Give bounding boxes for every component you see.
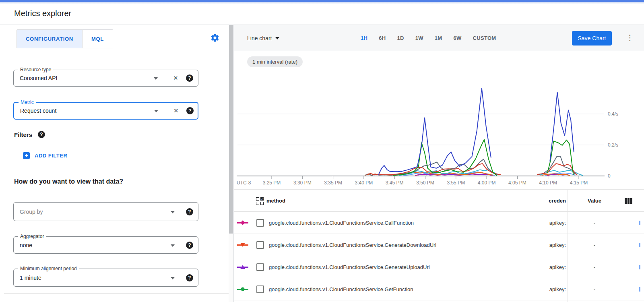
aggregator-field[interactable]: Aggregator none ? — [13, 236, 198, 254]
mode-tabs: CONFIGURATION MQL — [17, 29, 113, 48]
tab-configuration[interactable]: CONFIGURATION — [17, 30, 82, 48]
column-header-value[interactable]: Value — [580, 198, 609, 204]
help-icon[interactable]: ? — [186, 274, 193, 281]
series-checkbox[interactable] — [256, 263, 264, 271]
chart-region: 3:25 PM3:30 PM3:35 PM3:40 PM3:45 PM3:50 … — [234, 51, 644, 189]
resource-type-label: Resource type — [18, 67, 53, 72]
time-range-1d[interactable]: 1D — [391, 35, 409, 41]
time-range-6h[interactable]: 6H — [373, 35, 391, 41]
series-marker — [237, 220, 248, 225]
svg-text:4:05 PM: 4:05 PM — [508, 180, 526, 186]
min-alignment-field[interactable]: Minimum alignment period 1 minute ? — [13, 269, 198, 287]
series-marker — [237, 287, 248, 292]
filters-section: Filters ? — [14, 130, 45, 139]
row-edge-mark — [639, 265, 640, 269]
svg-text:4:15 PM: 4:15 PM — [570, 180, 588, 186]
value-cell: - — [580, 220, 609, 226]
method-cell: google.cloud.functions.v1.CloudFunctions… — [269, 264, 430, 270]
column-header-credential[interactable]: creden — [549, 198, 566, 204]
svg-text:4:00 PM: 4:00 PM — [478, 180, 496, 186]
interval-chip: 1 min interval (rate) — [247, 56, 303, 67]
filters-label: Filters — [14, 131, 32, 138]
time-range-1h[interactable]: 1H — [355, 35, 373, 41]
triangle-up-marker-icon — [240, 265, 245, 269]
row-edge-mark — [639, 243, 640, 247]
value-cell: - — [580, 242, 609, 248]
svg-text:0.2/s: 0.2/s — [608, 142, 618, 148]
add-filter-button[interactable]: + ADD FILTER — [23, 152, 67, 159]
metrics-explorer-app: Metrics explorer CONFIGURATION MQL Resou… — [0, 0, 644, 302]
help-icon[interactable]: ? — [186, 242, 193, 249]
metric-field[interactable]: Metric Request count ✕ ? — [13, 102, 198, 120]
chart-type-dropdown[interactable]: Line chart — [247, 25, 279, 51]
min-alignment-value: 1 minute — [20, 275, 41, 281]
aggregator-label: Aggregator — [18, 234, 46, 239]
resource-type-field[interactable]: Resource type Consumed API ✕ ? — [13, 70, 198, 87]
clear-icon[interactable]: ✕ — [173, 74, 178, 82]
metric-value: Request count — [20, 108, 56, 114]
configuration-panel: CONFIGURATION MQL Resource type Consumed… — [0, 25, 234, 302]
scrollbar-thumb[interactable] — [229, 25, 233, 234]
column-divider — [568, 212, 568, 302]
help-icon[interactable]: ? — [186, 107, 194, 114]
column-settings-icon[interactable] — [625, 198, 634, 204]
column-divider — [568, 190, 568, 211]
svg-text:4:10 PM: 4:10 PM — [539, 180, 557, 186]
tab-mql[interactable]: MQL — [82, 30, 113, 48]
svg-text:3:50 PM: 3:50 PM — [416, 180, 434, 186]
triangle-down-marker-icon — [240, 243, 245, 247]
series-table: ✓ method creden Value google.cloud.funct… — [234, 189, 644, 302]
help-icon[interactable]: ? — [186, 74, 193, 82]
min-alignment-label: Minimum alignment period — [18, 266, 79, 271]
help-icon[interactable]: ? — [186, 208, 193, 215]
method-cell: google.cloud.functions.v1.CloudFunctions… — [269, 242, 436, 248]
chevron-down-icon[interactable] — [171, 244, 175, 247]
chevron-down-icon[interactable] — [154, 77, 158, 80]
select-all-series-icon[interactable]: ✓ — [256, 197, 264, 205]
table-row: google.cloud.functions.v1.CloudFunctions… — [234, 256, 644, 278]
save-chart-button[interactable]: Save Chart — [572, 31, 612, 46]
chevron-down-icon[interactable] — [154, 110, 158, 112]
svg-text:3:35 PM: 3:35 PM — [324, 180, 342, 186]
row-edge-mark — [639, 221, 640, 225]
circle-marker-icon — [241, 288, 245, 291]
column-header-method[interactable]: method — [266, 198, 285, 204]
chart-panel: Line chart 1H6H1D1W1M6WCUSTOM Save Chart… — [234, 25, 644, 302]
credential-cell: apikey: — [549, 286, 566, 292]
svg-text:3:40 PM: 3:40 PM — [355, 180, 373, 186]
time-range-custom[interactable]: CUSTOM — [467, 35, 502, 41]
svg-text:3:30 PM: 3:30 PM — [293, 180, 312, 186]
chart-type-label: Line chart — [247, 35, 272, 41]
page-header: Metrics explorer — [0, 4, 644, 25]
view-data-question: How do you want to view that data? — [14, 178, 123, 185]
resource-type-value: Consumed API — [20, 75, 57, 81]
method-cell: google.cloud.functions.v1.CloudFunctions… — [269, 220, 414, 226]
clear-icon[interactable]: ✕ — [173, 107, 179, 114]
diamond-marker-icon — [240, 220, 245, 225]
chart-toolbar: Line chart 1H6H1D1W1M6WCUSTOM Save Chart… — [234, 25, 644, 51]
svg-text:3:55 PM: 3:55 PM — [447, 180, 465, 186]
credential-cell: apikey: — [549, 264, 566, 270]
chevron-down-icon[interactable] — [171, 277, 175, 279]
add-filter-label: ADD FILTER — [35, 153, 67, 159]
svg-text:UTC-8: UTC-8 — [237, 180, 251, 186]
credential-cell: apikey: — [549, 220, 566, 226]
group-by-field[interactable]: Group by ? — [13, 202, 198, 221]
series-checkbox[interactable] — [256, 219, 264, 227]
left-scrollbar[interactable] — [229, 25, 233, 302]
page-title: Metrics explorer — [14, 9, 71, 18]
chevron-down-icon[interactable] — [171, 211, 175, 213]
value-cell: - — [580, 264, 609, 270]
time-range-1w[interactable]: 1W — [410, 35, 429, 41]
series-checkbox[interactable] — [256, 285, 264, 293]
overflow-menu-icon[interactable]: ⋮ — [625, 30, 635, 46]
section-divider — [4, 293, 229, 294]
svg-text:3:45 PM: 3:45 PM — [386, 180, 404, 186]
time-range-1m[interactable]: 1M — [429, 35, 448, 41]
help-icon[interactable]: ? — [38, 131, 45, 138]
settings-button[interactable] — [210, 33, 220, 43]
group-by-placeholder: Group by — [20, 209, 43, 215]
series-checkbox[interactable] — [256, 241, 264, 249]
line-chart[interactable]: 3:25 PM3:30 PM3:35 PM3:40 PM3:45 PM3:50 … — [234, 51, 644, 189]
time-range-6w[interactable]: 6W — [448, 35, 467, 41]
